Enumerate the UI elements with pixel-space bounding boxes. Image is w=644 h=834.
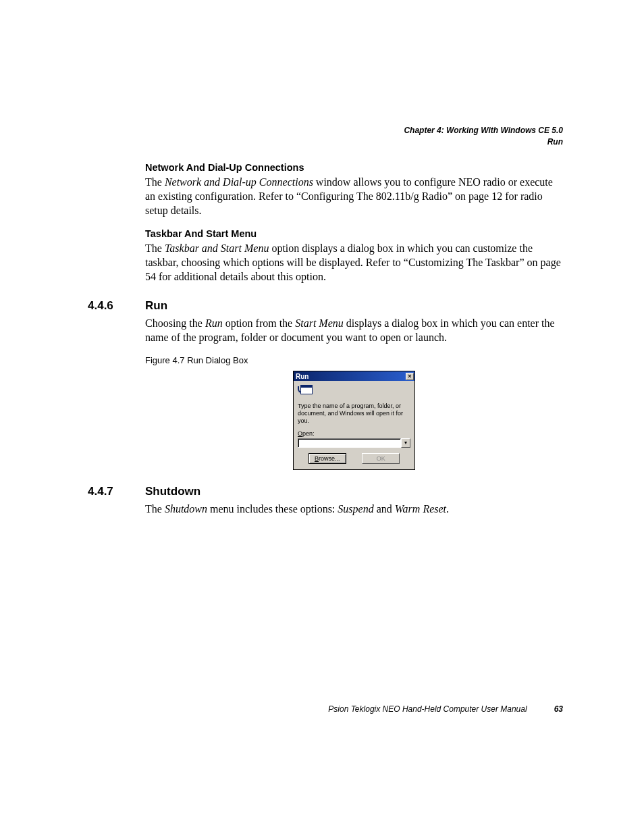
section-number: 4.4.7 xyxy=(88,485,145,498)
section-line: Run xyxy=(404,136,563,148)
run-dialog-figure: Run × Type the name of a program, folder… xyxy=(293,371,415,469)
dialog-title: Run xyxy=(296,373,308,380)
run-icon xyxy=(298,385,313,396)
dialog-titlebar[interactable]: Run × xyxy=(294,371,414,381)
subheading-network: Network And Dial-Up Connections xyxy=(145,162,563,173)
section-title-shutdown: Shutdown xyxy=(145,485,200,498)
chapter-line: Chapter 4: Working With Windows CE 5.0 xyxy=(404,125,563,136)
page-number: 63 xyxy=(554,704,563,714)
open-input[interactable] xyxy=(298,438,401,448)
close-icon[interactable]: × xyxy=(406,373,414,380)
manual-title: Psion Teklogix NEO Hand-Held Computer Us… xyxy=(328,704,527,714)
browse-button[interactable]: Browse... xyxy=(308,453,346,464)
figure-caption: Figure 4.7 Run Dialog Box xyxy=(145,355,563,365)
subheading-taskbar: Taskbar And Start Menu xyxy=(145,228,563,239)
section-447: 4.4.7 Shutdown xyxy=(88,485,563,498)
paragraph-shutdown: The Shutdown menu includes these options… xyxy=(145,502,563,517)
paragraph-taskbar: The Taskbar and Start Menu option displa… xyxy=(145,242,563,284)
dialog-instruction: Type the name of a program, folder, or d… xyxy=(298,402,410,424)
ok-button[interactable]: OK xyxy=(362,453,400,464)
section-title-run: Run xyxy=(145,299,167,313)
running-header: Chapter 4: Working With Windows CE 5.0 R… xyxy=(404,125,563,148)
paragraph-network: The Network and Dial-up Connections wind… xyxy=(145,176,563,217)
page-footer: Psion Teklogix NEO Hand-Held Computer Us… xyxy=(88,704,563,714)
chevron-down-icon[interactable]: ▾ xyxy=(401,438,410,448)
open-combobox[interactable]: ▾ xyxy=(298,438,410,448)
open-label: Open: xyxy=(298,430,410,437)
section-number: 4.4.6 xyxy=(88,299,145,313)
paragraph-run: Choosing the Run option from the Start M… xyxy=(145,317,563,345)
section-446: 4.4.6 Run xyxy=(88,299,563,313)
